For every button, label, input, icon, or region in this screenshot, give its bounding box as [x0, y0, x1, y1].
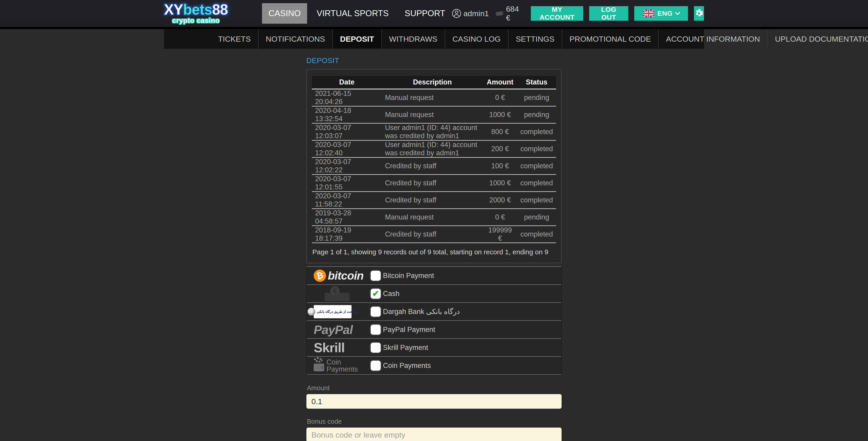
skrill-checkbox[interactable] — [371, 343, 381, 353]
dargah-bank-logo: پرداخت از طریق درگاه بانکی — [314, 305, 351, 318]
cash-label[interactable]: Cash — [383, 290, 399, 298]
payment-methods-panel: ₿bitcoinBitcoin Payment€✔Cashپرداخت از ط… — [306, 266, 562, 375]
logo-tagline: crypto casino — [172, 16, 220, 24]
table-row: 2021-06-15 20:04:26Manual request0 €pend… — [312, 89, 556, 106]
deposit-history-panel: DateDescriptionAmountStatus 2021-06-15 2… — [306, 69, 562, 263]
language-label: ENG — [657, 9, 673, 17]
paypal-label[interactable]: PayPal Payment — [383, 326, 435, 334]
main-content-area: TICKETSNOTIFICATIONSDEPOSITWITHDRAWSCASI… — [0, 29, 868, 441]
site-logo[interactable]: XYbets88 crypto casino — [164, 2, 228, 24]
table-row: 2020-03-07 11:58:22Credited by staff2000… — [312, 192, 556, 209]
account-nav-deposit[interactable]: DEPOSIT — [333, 29, 382, 49]
skrill-label[interactable]: Skrill Payment — [383, 344, 428, 352]
settings-gear-button[interactable] — [694, 6, 704, 21]
cell-desc: Manual request — [382, 89, 483, 106]
gear-icon — [694, 9, 704, 18]
account-nav-notifications[interactable]: NOTIFICATIONS — [258, 29, 333, 49]
pagination-summary: Page 1 of 1, showing 9 records out of 9 … — [312, 248, 556, 256]
my-account-button[interactable]: MY ACCOUNT — [531, 6, 583, 21]
cell-amount: 199999 € — [483, 226, 517, 243]
cell-amount: 0 € — [483, 209, 517, 226]
account-nav-upload-documentation[interactable]: UPLOAD DOCUMENTATION — [768, 29, 868, 49]
dargah-bank-label[interactable]: Dargah Bank درگاه بانکی — [383, 307, 460, 316]
paypal-wordmark: PayPal — [314, 323, 353, 337]
cell-status: completed — [517, 140, 556, 158]
bitcoin-checkbox[interactable] — [371, 271, 381, 281]
cell-date: 2020-03-07 12:02:40 — [312, 140, 382, 158]
logo-wordmark: XYbets88 — [164, 2, 228, 16]
paypal-checkbox[interactable] — [371, 325, 381, 335]
main-nav-casino[interactable]: CASINO — [262, 3, 307, 24]
payment-row-paypal: PayPalPayPal Payment — [307, 321, 561, 339]
bitcoin-logo: ₿bitcoin — [314, 269, 371, 282]
cell-desc: Credited by staff — [382, 192, 483, 209]
main-nav-support[interactable]: SUPPORT — [398, 3, 452, 24]
cell-date: 2020-03-07 11:58:22 — [312, 192, 382, 209]
column-header-date: Date — [312, 76, 382, 89]
cell-desc: Manual request — [382, 209, 483, 226]
cell-status: completed — [517, 158, 556, 175]
account-nav-tickets[interactable]: TICKETS — [211, 29, 258, 49]
paypal-logo: PayPal — [314, 323, 371, 337]
cash-icon: € — [323, 286, 352, 301]
chevron-down-icon — [675, 10, 680, 15]
cell-status: pending — [517, 106, 556, 124]
cell-amount: 2000 € — [483, 192, 517, 209]
cell-desc: Manual request — [382, 106, 483, 124]
cell-date: 2020-04-18 13:32:54 — [312, 106, 382, 124]
table-row: 2020-04-18 13:32:54Manual request1000 €p… — [312, 106, 556, 124]
page-title: DEPOSIT — [306, 57, 562, 65]
cell-date: 2019-03-28 04:58:57 — [312, 209, 382, 226]
cell-date: 2020-03-07 12:03:07 — [312, 124, 382, 140]
cell-desc: User admin1 (ID: 44) account was credite… — [382, 140, 483, 158]
log-out-button[interactable]: LOG OUT — [589, 6, 628, 21]
cell-desc: Credited by staff — [382, 226, 483, 243]
cell-date: 2021-06-15 20:04:26 — [312, 89, 382, 106]
account-nav-casino-log[interactable]: CASINO LOG — [445, 29, 508, 49]
deposit-history-table: DateDescriptionAmountStatus 2021-06-15 2… — [312, 76, 556, 243]
table-row: 2020-03-07 12:03:07User admin1 (ID: 44) … — [312, 124, 556, 140]
cell-amount: 100 € — [483, 158, 517, 175]
banknote-icon: € — [495, 9, 504, 18]
payment-row-cash: €✔Cash — [307, 285, 561, 303]
table-row: 2018-09-19 18:17:39Credited by staff1999… — [312, 226, 556, 243]
table-row: 2019-03-28 04:58:57Manual request0 €pend… — [312, 209, 556, 226]
username: admin1 — [463, 9, 489, 18]
payment-row-coinpayments: CoinPaymentsCoin Payments — [307, 357, 561, 375]
bonus-code-input[interactable] — [306, 428, 562, 441]
dargah-bank-checkbox[interactable] — [371, 307, 381, 317]
balance: € 684 € — [495, 5, 522, 22]
cell-desc: Credited by staff — [382, 175, 483, 192]
account-nav-withdraws[interactable]: WITHDRAWS — [382, 29, 445, 49]
cell-amount: 1000 € — [483, 106, 517, 124]
balance-value: 684 € — [506, 5, 521, 22]
main-nav: CASINOVIRTUAL SPORTSSUPPORT — [262, 3, 452, 24]
coinpayments-label[interactable]: Coin Payments — [383, 362, 431, 370]
cell-date: 2020-03-07 12:01:55 — [312, 175, 382, 192]
cell-desc: User admin1 (ID: 44) account was credite… — [382, 124, 483, 140]
cell-status: completed — [517, 226, 556, 243]
bonus-code-label: Bonus code — [307, 418, 562, 425]
amount-input[interactable] — [306, 394, 562, 409]
coinpayments-checkbox[interactable] — [371, 361, 381, 371]
bitcoin-coin-icon: ₿ — [313, 268, 327, 283]
cash-logo: € — [314, 286, 371, 301]
cell-date: 2020-03-07 12:02:22 — [312, 158, 382, 175]
account-nav-settings[interactable]: SETTINGS — [508, 29, 562, 49]
bitcoin-label[interactable]: Bitcoin Payment — [383, 272, 434, 280]
column-header-status: Status — [517, 76, 556, 89]
dargah-art-icon — [308, 308, 315, 315]
table-row: 2020-03-07 12:02:22Credited by staff100 … — [312, 158, 556, 175]
cell-amount: 800 € — [483, 124, 517, 140]
dargah-bank-logo: پرداخت از طریق درگاه بانکی — [314, 305, 371, 318]
top-header: XYbets88 crypto casino CASINOVIRTUAL SPO… — [0, 0, 868, 29]
account-nav-account-information[interactable]: ACCOUNT INFORMATION — [659, 29, 768, 49]
account-nav-promotional-code[interactable]: PROMOTIONAL CODE — [562, 29, 659, 49]
table-row: 2020-03-07 12:01:55Credited by staff1000… — [312, 175, 556, 192]
amount-label: Amount — [307, 384, 562, 392]
main-nav-virtual-sports[interactable]: VIRTUAL SPORTS — [310, 3, 395, 24]
payment-row-bitcoin: ₿bitcoinBitcoin Payment — [307, 267, 561, 285]
cash-checkbox[interactable]: ✔ — [371, 289, 381, 299]
skrill-logo: Skrill — [314, 340, 371, 355]
language-selector[interactable]: ENG — [634, 6, 688, 21]
